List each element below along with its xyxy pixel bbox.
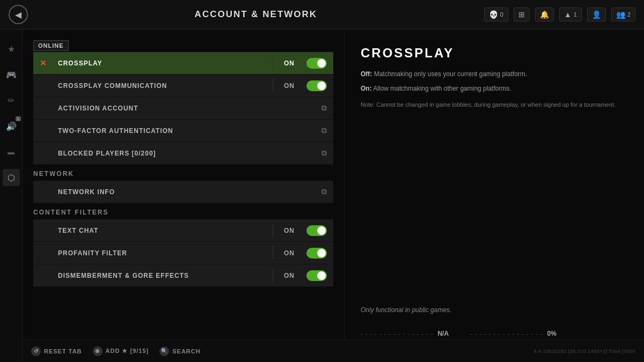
sound-badge: 1 <box>16 116 21 121</box>
add-icon: ⊕ <box>93 346 103 356</box>
text-chat-value: ON <box>273 227 300 234</box>
sidebar: ★ 🎮 ✏ 🔊 1 ▬ ⬡ <box>0 29 23 362</box>
profanity-filter-value: ON <box>273 249 300 257</box>
two-factor-label: TWO-FACTOR AUTHENTICATION <box>53 127 315 135</box>
detail-desc-on: On: Allow matchmaking with other gaming … <box>361 84 628 94</box>
network-info-row[interactable]: NETWORK INFO ⧉ <box>33 181 333 203</box>
detail-panel: CROSSPLAY Off: Matchmaking only uses you… <box>345 29 644 362</box>
activision-account-label: ACTIVISION ACCOUNT <box>53 105 315 112</box>
reset-icon: ↺ <box>31 346 41 356</box>
packet-loss-line: - - - - - - - - - - - - - - - - 0% <box>470 330 557 337</box>
two-factor-ext-icon: ⧉ <box>321 126 327 135</box>
desc-on-value: Allow matchmaking with other gaming plat… <box>373 85 511 92</box>
crossplay-value: ON <box>273 60 300 67</box>
activision-account-row[interactable]: ACTIVISION ACCOUNT ⧉ <box>33 97 333 120</box>
team-icon: 👥 <box>616 10 625 19</box>
crossplay-comm-toggle[interactable] <box>306 80 327 91</box>
reset-label: RESET TAB <box>44 348 82 354</box>
two-factor-row[interactable]: TWO-FACTOR AUTHENTICATION ⧉ <box>33 120 333 142</box>
sidebar-icon-network[interactable]: ⬡ <box>3 169 20 186</box>
detail-title: CROSSPLAY <box>361 46 628 61</box>
skull-value: 0 <box>500 11 503 18</box>
sound-icon: 🔊 <box>6 121 17 131</box>
dismemberment-row[interactable]: DISMEMBERMENT & GORE EFFECTS ON <box>33 264 333 287</box>
latency-line: - - - - - - - - - - - - - - - - N/A <box>361 330 449 337</box>
rank-btn[interactable]: ▲ 1 <box>559 8 582 21</box>
grid-btn[interactable]: ⊞ <box>514 8 530 21</box>
search-button[interactable]: 🔍 SEARCH <box>159 346 200 356</box>
bell-icon: 🔔 <box>540 10 549 19</box>
crossplay-row[interactable]: ✕ CROSSPLAY ON <box>33 52 333 75</box>
latency-dashes: - - - - - - - - - - - - - - - - <box>361 330 433 337</box>
network-icon: ⬡ <box>8 173 15 183</box>
desc-on-label: On: <box>361 85 372 92</box>
network-info-ext-icon: ⧉ <box>321 187 327 196</box>
desc-off-value: Matchmaking only uses your current gamin… <box>374 70 527 78</box>
text-chat-toggle[interactable] <box>306 225 327 236</box>
network-section-header: NETWORK <box>33 165 333 181</box>
detail-public-note: Only functional in public games. <box>361 306 628 314</box>
version-text: 9.4.13031291 [36.210.1465+1] Time [7000 <box>534 349 635 354</box>
packet-loss-value: 0% <box>547 330 557 337</box>
detail-note: Note: Cannot be changed in game lobbies,… <box>361 101 628 108</box>
blocked-players-ext-icon: ⧉ <box>321 149 327 158</box>
activision-ext-icon: ⧉ <box>321 104 327 113</box>
profile-btn[interactable]: 👤 <box>587 8 606 21</box>
packet-loss-dashes: - - - - - - - - - - - - - - - - <box>470 330 543 337</box>
latency-value: N/A <box>437 330 449 337</box>
text-chat-label: TEXT CHAT <box>53 227 273 234</box>
dismemberment-label: DISMEMBERMENT & GORE EFFECTS <box>53 272 273 279</box>
sidebar-icon-edit[interactable]: ✏ <box>3 92 20 109</box>
rank-icon: ▲ <box>564 10 572 19</box>
search-icon: 🔍 <box>159 346 169 356</box>
dismemberment-value: ON <box>273 272 300 279</box>
gamepad-icon: 🎮 <box>6 70 17 80</box>
top-icons: 💀 0 ⊞ 🔔 ▲ 1 👤 👥 2 <box>484 8 635 21</box>
crossplay-toggle[interactable] <box>306 58 327 69</box>
rank-value: 1 <box>574 11 577 18</box>
blocked-players-row[interactable]: BLOCKED PLAYERS [0/200] ⧉ <box>33 142 333 165</box>
profanity-filter-label: PROFANITY FILTER <box>53 249 273 257</box>
network-info-label: NETWORK INFO <box>53 188 315 196</box>
sidebar-icon-sound[interactable]: 🔊 1 <box>3 117 20 135</box>
reset-tab-button[interactable]: ↺ RESET TAB <box>31 346 82 356</box>
add-label: ADD ★ [9/15] <box>106 348 149 354</box>
blocked-players-label: BLOCKED PLAYERS [0/200] <box>53 150 315 157</box>
edit-icon: ✏ <box>8 95 14 106</box>
star-icon: ★ <box>8 44 15 54</box>
top-bar: ◀ ACCOUNT & NETWORK 💀 0 ⊞ 🔔 ▲ 1 👤 👥 2 <box>0 0 644 29</box>
grid-icon: ⊞ <box>518 10 525 19</box>
desc-off-label: Off: <box>361 70 372 78</box>
back-button[interactable]: ◀ <box>9 5 28 24</box>
text-chat-row[interactable]: TEXT CHAT ON <box>33 219 333 242</box>
settings-panel: ONLINE ✕ CROSSPLAY ON CROSSPLAY COMMUNIC… <box>23 29 345 362</box>
search-label: SEARCH <box>172 348 200 354</box>
crossplay-x-icon: ✕ <box>33 58 53 68</box>
page-title: ACCOUNT & NETWORK <box>34 9 478 20</box>
sidebar-icon-monitor[interactable]: ▬ <box>3 143 20 160</box>
profanity-filter-row[interactable]: PROFANITY FILTER ON <box>33 242 333 264</box>
sidebar-icon-gamepad[interactable]: 🎮 <box>3 66 20 83</box>
crossplay-comm-value: ON <box>273 82 300 90</box>
detail-desc-off: Off: Matchmaking only uses your current … <box>361 69 628 79</box>
bell-btn[interactable]: 🔔 <box>535 8 554 21</box>
dismemberment-toggle[interactable] <box>306 270 327 281</box>
team-btn[interactable]: 👥 2 <box>611 8 635 21</box>
skull-icon: 💀 <box>489 10 498 19</box>
sidebar-icon-star[interactable]: ★ <box>3 40 20 57</box>
add-favorite-button[interactable]: ⊕ ADD ★ [9/15] <box>93 346 149 356</box>
monitor-icon: ▬ <box>8 148 14 156</box>
back-icon: ◀ <box>15 10 21 20</box>
crossplay-label: CROSSPLAY <box>53 60 273 67</box>
content-filters-section-header: CONTENT FILTERS <box>33 203 333 219</box>
profanity-filter-toggle[interactable] <box>306 248 327 258</box>
bottom-bar: ↺ RESET TAB ⊕ ADD ★ [9/15] 🔍 SEARCH 9.4.… <box>23 339 644 362</box>
online-section-tag: ONLINE <box>33 40 69 51</box>
main-content: ONLINE ✕ CROSSPLAY ON CROSSPLAY COMMUNIC… <box>23 29 644 362</box>
team-value: 2 <box>627 11 631 18</box>
profile-icon: 👤 <box>592 10 601 19</box>
crossplay-comm-row[interactable]: CROSSPLAY COMMUNICATION ON <box>33 75 333 97</box>
skull-btn[interactable]: 💀 0 <box>484 8 508 21</box>
crossplay-comm-label: CROSSPLAY COMMUNICATION <box>53 82 273 90</box>
